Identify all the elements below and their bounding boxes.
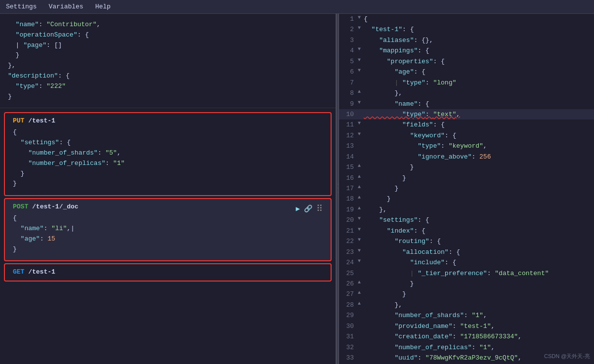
line-content: "ignore_above": 256 bbox=[364, 152, 590, 162]
annotated-region: PUT /test-1 { "settings": { "number_of_s… bbox=[0, 112, 336, 282]
menu-settings[interactable]: Settings bbox=[4, 2, 39, 11]
fold-arrow[interactable]: ▲ bbox=[358, 300, 364, 308]
right-code-line-27: 27▲ } bbox=[339, 289, 594, 299]
line-content: "name": { bbox=[364, 99, 590, 109]
run-icon[interactable]: ▶ bbox=[296, 204, 300, 213]
right-code-lines: 1▼{2▼ "test-1": {3 "aliases": {},4▼ "map… bbox=[339, 14, 594, 364]
right-code-line-9: 9▼ "name": { bbox=[339, 99, 594, 109]
post-path: /test-1/_doc bbox=[32, 203, 79, 210]
menu-variables[interactable]: Variables bbox=[46, 2, 85, 11]
post-request-line: POST /test-1/_doc bbox=[13, 203, 323, 210]
line-content: } bbox=[364, 173, 590, 183]
right-code-line-13: 13 "type": "keyword", bbox=[339, 141, 594, 151]
right-code-line-25: 25 | "_tier_preference": "data_content" bbox=[339, 268, 594, 279]
line-content: | "_tier_preference": "data_content" bbox=[364, 268, 590, 279]
fold-arrow[interactable]: ▲ bbox=[358, 88, 364, 96]
right-code-line-31: 31 "creation_date": "1718586673334", bbox=[339, 331, 594, 342]
right-code-line-5: 5▼ "properties": { bbox=[339, 56, 594, 67]
fold-arrow[interactable]: ▲ bbox=[358, 173, 364, 181]
method-put: PUT bbox=[13, 117, 24, 124]
line-content: } bbox=[364, 289, 590, 299]
put-request-block: PUT /test-1 { "settings": { "number_of_s… bbox=[4, 112, 332, 196]
post-request-block: POST /test-1/_doc ▶ 🔗 ⠿ { "name": "li",|… bbox=[4, 198, 332, 261]
line-content: } bbox=[364, 183, 590, 194]
right-code-line-29: 29 "number_of_shards": "1", bbox=[339, 310, 594, 321]
line-number: 4 bbox=[343, 45, 358, 56]
line-content: "keyword": { bbox=[364, 130, 590, 141]
right-code-line-15: 15▲ } bbox=[339, 162, 594, 172]
fold-arrow[interactable]: ▲ bbox=[358, 162, 364, 170]
line-number: 5 bbox=[343, 56, 358, 67]
line-content: | "type": "long" bbox=[364, 78, 590, 88]
line-number: 16 bbox=[343, 173, 358, 183]
line-number: 1 bbox=[343, 14, 358, 24]
menu-help[interactable]: Help bbox=[93, 2, 113, 11]
line-content: "include": { bbox=[364, 257, 590, 268]
line-number: 28 bbox=[343, 300, 358, 310]
line-number: 7 bbox=[343, 78, 358, 88]
line-content: { bbox=[364, 14, 590, 24]
fold-arrow[interactable]: ▲ bbox=[358, 194, 364, 202]
fold-arrow[interactable]: ▼ bbox=[358, 236, 364, 244]
line-content: "properties": { bbox=[364, 56, 590, 67]
fold-arrow[interactable]: ▼ bbox=[358, 226, 364, 234]
line-number: 19 bbox=[343, 204, 358, 215]
line-content: "routing": { bbox=[364, 236, 590, 246]
link-icon[interactable]: 🔗 bbox=[304, 204, 312, 213]
fold-arrow[interactable]: ▲ bbox=[358, 279, 364, 287]
put-body: { "settings": { "number_of_shards": "5",… bbox=[13, 125, 323, 191]
line-content: "fields": { bbox=[364, 120, 590, 130]
post-body: { "name": "li",| "age": 15 } bbox=[13, 211, 323, 256]
fold-arrow[interactable]: ▲ bbox=[358, 183, 364, 192]
fold-arrow[interactable]: ▼ bbox=[358, 14, 364, 22]
line-content: "index": { bbox=[364, 226, 590, 236]
right-code-line-30: 30 "provided_name": "test-1", bbox=[339, 321, 594, 331]
line-number: 24 bbox=[343, 257, 358, 268]
right-code-line-22: 22▼ "routing": { bbox=[339, 236, 594, 246]
line-number: 33 bbox=[343, 353, 358, 363]
right-code-line-17: 17▲ } bbox=[339, 183, 594, 194]
line-content: }, bbox=[364, 204, 590, 215]
line-content: "creation_date": "1718586673334", bbox=[364, 331, 590, 342]
line-number: 29 bbox=[343, 310, 358, 321]
fold-arrow[interactable]: ▼ bbox=[358, 247, 364, 255]
line-number: 2 bbox=[343, 24, 358, 35]
line-number: 18 bbox=[343, 194, 358, 204]
fold-arrow[interactable]: ▼ bbox=[358, 67, 364, 75]
right-code-line-7: 7 | "type": "long" bbox=[339, 78, 594, 88]
right-code-line-3: 3 "aliases": {}, bbox=[339, 35, 594, 45]
line-content: "type": "text", bbox=[364, 109, 590, 120]
menubar: Settings Variables Help bbox=[0, 0, 594, 14]
fold-arrow[interactable]: ▼ bbox=[358, 215, 364, 223]
fold-arrow[interactable]: ▼ bbox=[358, 56, 364, 65]
fold-arrow[interactable]: ▼ bbox=[358, 24, 364, 33]
right-code-line-28: 28▲ }, bbox=[339, 300, 594, 310]
fold-arrow[interactable]: ▼ bbox=[358, 99, 364, 107]
right-panel: 1▼{2▼ "test-1": {3 "aliases": {},4▼ "map… bbox=[339, 14, 594, 364]
line-number: 20 bbox=[343, 215, 358, 225]
line-content: "number_of_replicas": "1", bbox=[364, 342, 590, 353]
drag-handle[interactable]: ⠿ bbox=[316, 203, 323, 214]
right-code-line-8: 8▲ }, bbox=[339, 88, 594, 98]
line-number: 30 bbox=[343, 321, 358, 331]
watermark: CSDN @天外天-亮 bbox=[544, 353, 590, 360]
line-content: "test-1": { bbox=[364, 24, 590, 35]
fold-arrow[interactable]: ▼ bbox=[358, 120, 364, 128]
line-number: 12 bbox=[343, 130, 358, 141]
fold-arrow[interactable]: ▲ bbox=[358, 289, 364, 297]
put-request-line: PUT /test-1 bbox=[13, 117, 323, 124]
right-code-line-4: 4▼ "mappings": { bbox=[339, 45, 594, 56]
right-code-line-6: 6▼ "age": { bbox=[339, 67, 594, 77]
line-content: "number_of_shards": "1", bbox=[364, 310, 590, 321]
fold-arrow[interactable]: ▲ bbox=[358, 204, 364, 213]
fold-arrow[interactable]: ▼ bbox=[358, 130, 364, 139]
line-content: } bbox=[364, 279, 590, 289]
line-content: }, bbox=[364, 300, 590, 310]
fold-arrow[interactable]: ▼ bbox=[358, 257, 364, 266]
line-number: 11 bbox=[343, 120, 358, 130]
line-number: 9 bbox=[343, 99, 358, 109]
right-code-line-1: 1▼{ bbox=[339, 14, 594, 24]
line-content: "age": { bbox=[364, 67, 590, 77]
left-panel: "name": "Contributor", "operationSpace":… bbox=[0, 14, 336, 364]
fold-arrow[interactable]: ▼ bbox=[358, 45, 364, 54]
